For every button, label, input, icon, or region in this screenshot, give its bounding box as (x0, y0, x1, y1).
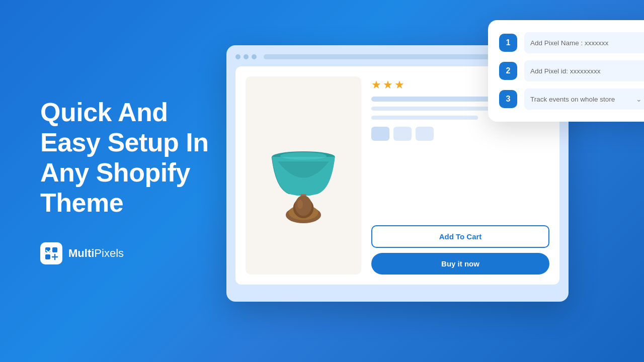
step-input-1[interactable]: Add Pixel Name : xxxxxxx (524, 32, 644, 53)
step-input-3[interactable]: Track events on whole store ⌄ (524, 88, 644, 110)
brand-name-bold: Multi (68, 247, 94, 259)
swatch-2[interactable] (393, 127, 412, 141)
lamp-image (261, 115, 346, 236)
brand: MultiPixels (40, 242, 211, 264)
page-container: Quick AndEasy Setup InAny ShopifyTheme M… (0, 0, 644, 362)
right-section: 1 Add Pixel Name : xxxxxxx 2 Add Pixel i… (211, 0, 644, 362)
product-line-1 (371, 107, 505, 111)
step-number-2: 2 (499, 62, 517, 80)
add-to-cart-button[interactable]: Add To Cart (371, 225, 549, 248)
browser-dot-1 (235, 54, 240, 59)
step-number-3: 3 (499, 90, 517, 108)
setup-step-3: 3 Track events on whole store ⌄ (499, 88, 644, 110)
setup-step-2: 2 Add Pixel id: xxxxxxxxx (499, 60, 644, 81)
circle-decoration (473, 156, 498, 181)
browser-dot-3 (252, 54, 257, 59)
star-3: ★ (394, 78, 405, 92)
swatch-3[interactable] (416, 127, 434, 141)
brand-name-light: Pixels (94, 247, 124, 259)
star-2: ★ (383, 78, 393, 92)
headline: Quick AndEasy Setup InAny ShopifyTheme (40, 98, 211, 218)
color-swatches (371, 127, 549, 141)
buy-now-button[interactable]: Buy it now (371, 253, 549, 275)
svg-rect-1 (52, 247, 57, 252)
brand-logo (40, 242, 62, 264)
setup-step-1: 1 Add Pixel Name : xxxxxxx (499, 32, 644, 53)
brand-name: MultiPixels (68, 247, 124, 260)
setup-card: 1 Add Pixel Name : xxxxxxx 2 Add Pixel i… (488, 20, 644, 122)
svg-rect-2 (45, 254, 50, 259)
swatch-1[interactable] (371, 127, 389, 141)
left-section: Quick AndEasy Setup InAny ShopifyTheme M… (0, 98, 211, 264)
star-1: ★ (371, 78, 381, 92)
step-label-3: Track events on whole store (530, 96, 615, 103)
product-image-box (246, 76, 361, 275)
step-input-2[interactable]: Add Pixel id: xxxxxxxxx (524, 60, 644, 81)
product-line-2 (371, 116, 478, 120)
brand-icon (44, 246, 58, 260)
step-label-1: Add Pixel Name : xxxxxxx (530, 39, 608, 47)
step-label-2: Add Pixel id: xxxxxxxxx (530, 67, 601, 75)
step-number-1: 1 (499, 34, 517, 52)
svg-point-4 (280, 152, 327, 160)
browser-dot-2 (244, 54, 249, 59)
svg-point-10 (297, 200, 303, 209)
chevron-down-icon: ⌄ (636, 95, 642, 103)
